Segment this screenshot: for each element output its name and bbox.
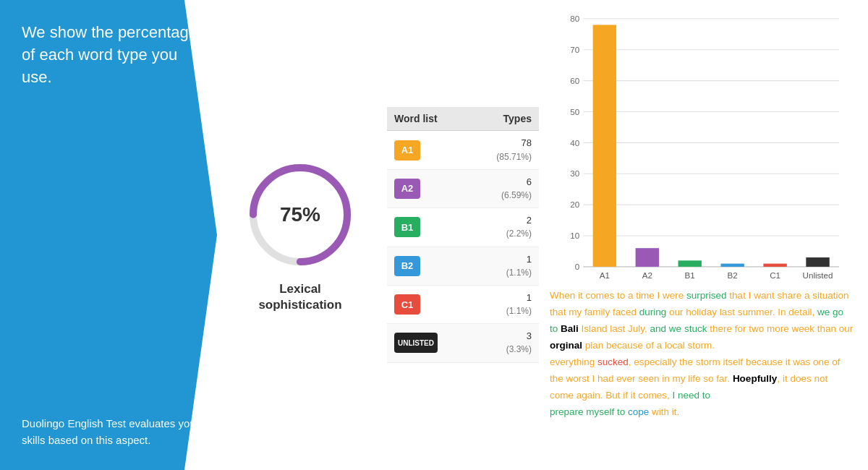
col-header-types: Types bbox=[463, 113, 532, 124]
para-cope: cope bbox=[628, 406, 649, 417]
donut-label: Lexicalsophistication bbox=[258, 281, 341, 313]
type-count: 78(85.71%) bbox=[463, 137, 532, 163]
badge-cell: A2 bbox=[394, 179, 463, 199]
word-badge: B1 bbox=[394, 217, 420, 237]
intro-text: We show the percentage of each word type… bbox=[22, 22, 203, 88]
para-sucked: sucked bbox=[597, 356, 629, 367]
para-bali: Bali bbox=[561, 323, 579, 334]
para-orginal: orginal bbox=[550, 340, 582, 351]
middle-panel: 75% Lexicalsophistication bbox=[217, 0, 383, 470]
word-table: Word list Types A1 78(85.71%) A2 6(6.59%… bbox=[383, 0, 542, 470]
badge-cell: A1 bbox=[394, 140, 463, 161]
word-badge: A1 bbox=[394, 140, 420, 161]
donut-chart: 75% bbox=[242, 157, 358, 273]
paragraph-area: When it comes to a time I were surprised… bbox=[546, 282, 857, 463]
svg-text:B2: B2 bbox=[728, 270, 738, 280]
svg-text:60: 60 bbox=[570, 76, 579, 85]
table-header: Word list Types bbox=[387, 107, 539, 131]
para-text-orange5: Island last July, bbox=[579, 323, 650, 334]
badge-cell: C1 bbox=[394, 294, 463, 315]
donut-percentage: 75% bbox=[280, 203, 320, 226]
svg-text:30: 30 bbox=[570, 168, 579, 178]
word-badge: C1 bbox=[394, 294, 420, 315]
table-row: A2 6(6.59%) bbox=[387, 170, 539, 208]
svg-text:70: 70 bbox=[570, 45, 579, 54]
para-hoepfully: Hoepfully bbox=[733, 373, 778, 384]
svg-text:20: 20 bbox=[570, 200, 579, 209]
svg-text:0: 0 bbox=[575, 262, 579, 271]
table-row: B2 1(1.1%) bbox=[387, 247, 539, 286]
svg-text:80: 80 bbox=[570, 14, 579, 23]
svg-text:A2: A2 bbox=[642, 270, 652, 280]
word-badge: UNLISTED bbox=[394, 333, 438, 353]
para-text-green1: surprised bbox=[686, 290, 727, 301]
para-text-green4: and we stuck bbox=[650, 323, 707, 334]
bar-chart-wrapper: 01020304050607080A1A2B1B2C1Unlisted bbox=[546, 7, 857, 282]
para-text-green2: during bbox=[639, 307, 667, 317]
table-row: B1 2(2.2%) bbox=[387, 208, 539, 247]
duolingo-note: Duolingo English Test evaluates your ski… bbox=[22, 416, 203, 448]
bar-a1 bbox=[593, 25, 616, 266]
svg-text:10: 10 bbox=[570, 231, 579, 240]
badge-cell: B2 bbox=[394, 256, 463, 276]
svg-text:C1: C1 bbox=[770, 270, 780, 280]
type-count: 1(1.1%) bbox=[463, 291, 532, 317]
word-badge: B2 bbox=[394, 256, 420, 276]
bar-c1 bbox=[763, 264, 786, 267]
svg-text:Unlisted: Unlisted bbox=[803, 270, 833, 280]
table-row: C1 1(1.1%) bbox=[387, 286, 539, 324]
table-body: A1 78(85.71%) A2 6(6.59%) B1 2(2.2%) B2 … bbox=[387, 131, 539, 362]
right-side: 01020304050607080A1A2B1B2C1Unlisted When… bbox=[542, 0, 868, 470]
type-count: 1(1.1%) bbox=[463, 253, 532, 279]
table-row: UNLISTED 3(3.3%) bbox=[387, 324, 539, 362]
para-prepare: prepare myself to bbox=[550, 406, 628, 417]
svg-text:40: 40 bbox=[570, 138, 579, 148]
svg-text:B1: B1 bbox=[685, 270, 695, 280]
para-text-orange1: When it comes to a time I were bbox=[550, 290, 686, 301]
type-count: 2(2.2%) bbox=[463, 214, 532, 240]
bar-a2 bbox=[636, 248, 659, 267]
word-badge: A2 bbox=[394, 179, 420, 199]
type-count: 3(3.3%) bbox=[463, 330, 532, 356]
bar-b1 bbox=[678, 260, 702, 267]
bar-unlisted bbox=[806, 257, 829, 267]
badge-cell: UNLISTED bbox=[394, 333, 463, 353]
type-count: 6(6.59%) bbox=[463, 176, 532, 202]
left-panel: We show the percentage of each word type… bbox=[0, 0, 217, 470]
svg-text:A1: A1 bbox=[600, 270, 610, 280]
badge-cell: B1 bbox=[394, 217, 463, 237]
table-row: A1 78(85.71%) bbox=[387, 131, 539, 169]
bar-chart-svg: 01020304050607080A1A2B1B2C1Unlisted bbox=[546, 7, 857, 282]
para-ineed: I need to bbox=[673, 390, 711, 401]
svg-text:50: 50 bbox=[570, 107, 579, 116]
bar-b2 bbox=[720, 264, 744, 267]
para-text-orange3: our holiday last summer. In detail, bbox=[666, 307, 817, 317]
para-text-orange10: with it. bbox=[649, 406, 679, 417]
col-header-wordlist: Word list bbox=[394, 113, 463, 124]
para-text-orange6: there for two more week than our bbox=[707, 323, 853, 334]
